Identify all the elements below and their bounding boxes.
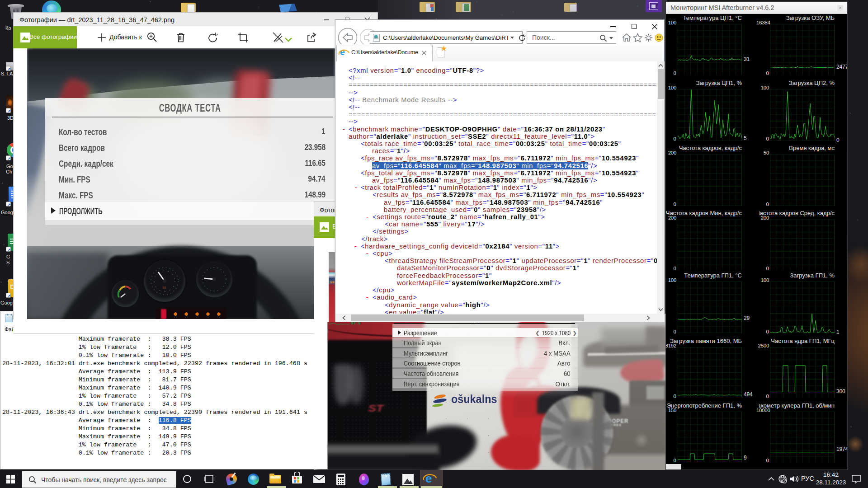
svg-text:88: 88 [162, 286, 166, 289]
